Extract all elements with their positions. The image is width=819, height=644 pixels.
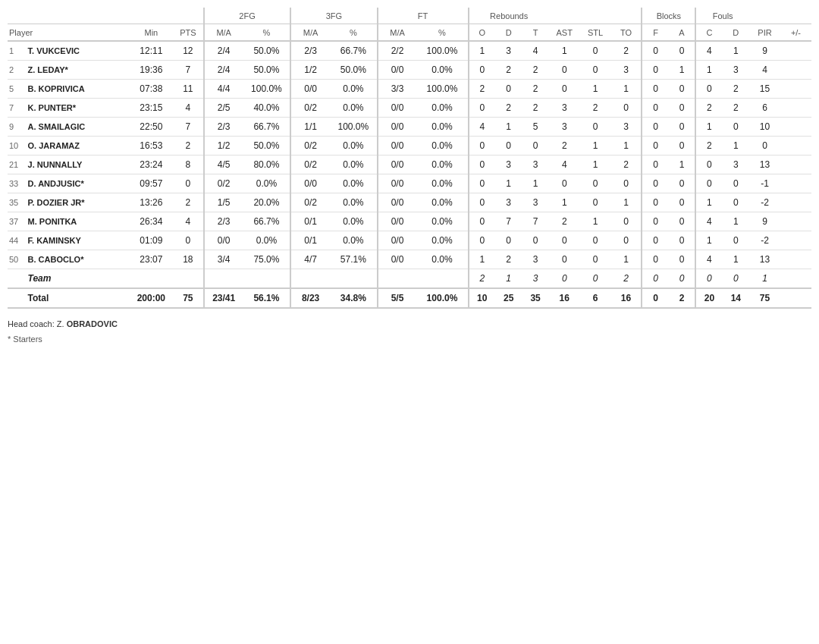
player-ast: 0 (549, 61, 580, 80)
player-stl: 1 (580, 156, 611, 174)
player-fg2ma: 0/2 (204, 174, 243, 193)
player-pts: 11 (173, 80, 204, 99)
total-ast: 16 (549, 288, 580, 308)
player-stl: 0 (580, 61, 611, 80)
player-fould: 0 (723, 193, 749, 212)
player-rebd: 1 (495, 174, 522, 193)
player-fould: 1 (723, 137, 749, 156)
player-fg2ma: 1/2 (204, 137, 243, 156)
player-fg3ma: 0/1 (290, 231, 330, 250)
coach-label: Head coach: Z. (8, 319, 67, 328)
player-fg3ma: 1/2 (290, 61, 330, 80)
player-rebt: 3 (522, 193, 548, 212)
fg2-group-header: 2FG (204, 8, 290, 24)
rebo-col-header: O (469, 24, 495, 42)
pts-col-header: PTS (173, 24, 204, 42)
player-to: 3 (611, 118, 642, 137)
blocks-group-header: Blocks (642, 8, 695, 24)
total-pts: 75 (173, 288, 204, 308)
player-pm (780, 174, 811, 193)
player-min: 01:09 (130, 231, 173, 250)
player-pir: 9 (749, 41, 780, 61)
player-ast: 3 (549, 118, 580, 137)
player-stl: 0 (580, 231, 611, 250)
player-ast: 0 (549, 174, 580, 193)
total-pir: 75 (749, 288, 780, 308)
player-stl: 1 (580, 80, 611, 99)
player-pir: 6 (749, 99, 780, 118)
player-to: 2 (611, 41, 642, 61)
player-rebt: 1 (522, 174, 548, 193)
player-blka: 0 (669, 80, 695, 99)
player-pm (780, 41, 811, 61)
player-number: 50 (8, 250, 27, 269)
total-rebt: 35 (522, 288, 548, 308)
total-fg2pct: 56.1% (243, 288, 291, 308)
player-ftpct: 0.0% (416, 250, 468, 269)
player-fould: 2 (723, 99, 749, 118)
player-fg3pct: 0.0% (330, 80, 378, 99)
table-row: 21 J. NUNNALLY 23:24 8 4/5 80.0% 0/2 0.0… (8, 156, 811, 174)
player-foulc: 4 (695, 212, 722, 231)
player-rebd: 1 (495, 118, 522, 137)
player-stl: 0 (580, 118, 611, 137)
player-fg3pct: 0.0% (330, 193, 378, 212)
player-number: 21 (8, 156, 27, 174)
starters-note: * Starters (8, 335, 811, 344)
table-row: 33 D. ANDJUSIC* 09:57 0 0/2 0.0% 0/0 0.0… (8, 174, 811, 193)
player-name: T. VUKCEVIC (27, 41, 130, 61)
col-header-row: Player Min PTS M/A % M/A % M/A % O D T A… (8, 24, 811, 42)
player-fg3pct: 50.0% (330, 61, 378, 80)
player-name: J. NUNNALLY (27, 156, 130, 174)
player-ast: 2 (549, 137, 580, 156)
player-number: 5 (8, 80, 27, 99)
total-to: 16 (611, 288, 642, 308)
total-blka: 2 (669, 288, 695, 308)
player-pir: 9 (749, 212, 780, 231)
player-rebo: 0 (469, 137, 495, 156)
player-pm (780, 80, 811, 99)
total-ftpct: 100.0% (416, 288, 468, 308)
stats-table: 2FG 3FG FT Rebounds Blocks Fouls Player … (8, 8, 811, 309)
blka-col-header: A (669, 24, 695, 42)
player-blkf: 0 (642, 99, 668, 118)
player-foulc: 4 (695, 41, 722, 61)
player-ftpct: 0.0% (416, 61, 468, 80)
player-blka: 0 (669, 212, 695, 231)
player-ftpct: 100.0% (416, 41, 468, 61)
player-ast: 0 (549, 231, 580, 250)
min-col-header: Min (130, 24, 173, 42)
player-ftma: 0/0 (378, 156, 417, 174)
player-rebo: 0 (469, 61, 495, 80)
player-ftma: 0/0 (378, 193, 417, 212)
player-name: A. SMAILAGIC (27, 118, 130, 137)
player-min: 26:34 (130, 212, 173, 231)
player-foulc: 0 (695, 80, 722, 99)
player-pm (780, 250, 811, 269)
player-fould: 2 (723, 80, 749, 99)
player-rebt: 7 (522, 212, 548, 231)
player-fg2ma: 0/0 (204, 231, 243, 250)
player-pts: 4 (173, 212, 204, 231)
player-fg3pct: 0.0% (330, 99, 378, 118)
player-blkf: 0 (642, 137, 668, 156)
player-fg2ma: 2/3 (204, 212, 243, 231)
player-to: 2 (611, 156, 642, 174)
player-pts: 0 (173, 231, 204, 250)
player-blka: 0 (669, 193, 695, 212)
player-min: 07:38 (130, 80, 173, 99)
player-blkf: 0 (642, 250, 668, 269)
player-to: 1 (611, 250, 642, 269)
player-foulc: 1 (695, 193, 722, 212)
player-pm (780, 193, 811, 212)
player-name: F. KAMINSKY (27, 231, 130, 250)
player-rebt: 0 (522, 231, 548, 250)
player-fg3pct: 0.0% (330, 156, 378, 174)
player-fg3pct: 66.7% (330, 41, 378, 61)
player-rebt: 2 (522, 61, 548, 80)
player-name: K. PUNTER* (27, 99, 130, 118)
fg3ma-col-header: M/A (290, 24, 330, 42)
player-fg3ma: 0/2 (290, 137, 330, 156)
player-pts: 2 (173, 193, 204, 212)
player-ast: 2 (549, 212, 580, 231)
